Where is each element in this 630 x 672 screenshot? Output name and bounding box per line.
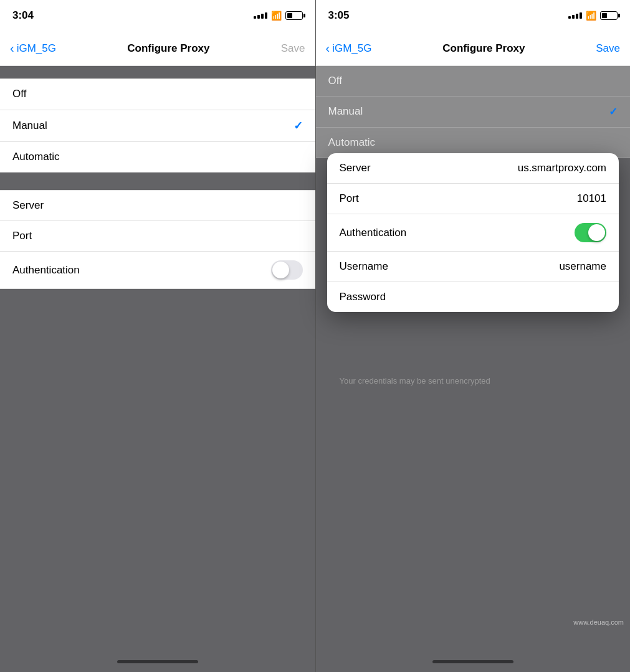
left-back-label: iGM_5G (17, 42, 56, 55)
left-auth-label: Authentication (12, 264, 80, 277)
left-server-row[interactable]: Server (0, 190, 315, 221)
left-nav-title: Configure Proxy (127, 42, 209, 55)
modal-password-label: Password (340, 291, 386, 303)
left-settings-group: Server Port Authentication (0, 190, 315, 289)
manual-checkmark-icon: ✓ (294, 119, 303, 133)
left-port-row[interactable]: Port (0, 221, 315, 252)
left-auth-row[interactable]: Authentication (0, 252, 315, 289)
right-status-bar: 3:05 📶 (316, 0, 631, 31)
right-option-list: Off Manual ✓ Automatic (316, 66, 631, 158)
left-chevron-icon: ‹ (10, 42, 14, 54)
right-home-bar (432, 660, 513, 663)
right-back-label: iGM_5G (332, 42, 371, 55)
modal-server-label: Server (340, 162, 371, 174)
right-signal-icon (568, 12, 582, 19)
right-status-icons: 📶 (568, 11, 618, 21)
right-back-button[interactable]: ‹ iGM_5G (326, 42, 372, 55)
modal-server-row[interactable]: Server us.smartproxy.com (327, 153, 619, 184)
left-status-bar: 3:04 📶 (0, 0, 315, 31)
signal-icon (254, 12, 267, 19)
option-automatic[interactable]: Automatic (0, 142, 315, 173)
modal-card: Server us.smartproxy.com Port 10101 Auth… (327, 153, 619, 312)
left-save-button[interactable]: Save (281, 42, 305, 55)
option-manual[interactable]: Manual ✓ (0, 110, 315, 142)
option-manual-label: Manual (12, 120, 47, 132)
right-manual-checkmark: ✓ (609, 105, 618, 118)
modal-username-value: username (559, 260, 606, 273)
right-nav-title: Configure Proxy (442, 42, 525, 55)
modal-username-label: Username (340, 260, 388, 273)
right-time: 3:05 (328, 9, 350, 22)
right-wifi-icon: 📶 (586, 11, 596, 21)
modal-auth-toggle[interactable] (575, 223, 606, 242)
modal-port-row[interactable]: Port 10101 (327, 184, 619, 214)
left-status-icons: 📶 (254, 11, 303, 21)
left-option-list: Off Manual ✓ Automatic (0, 78, 315, 173)
left-nav-bar: ‹ iGM_5G Configure Proxy Save (0, 31, 315, 66)
right-save-button[interactable]: Save (596, 42, 620, 55)
modal-port-value: 10101 (577, 192, 606, 205)
left-port-label: Port (12, 230, 32, 242)
warning-text: Your credentials may be sent unencrypted (327, 371, 619, 390)
left-time: 3:04 (12, 9, 34, 22)
left-server-label: Server (12, 199, 44, 212)
modal-port-label: Port (340, 192, 359, 205)
left-back-button[interactable]: ‹ iGM_5G (10, 42, 56, 55)
right-battery-icon (600, 11, 618, 20)
left-content-area: Off Manual ✓ Automatic Server Port Authe… (0, 66, 315, 651)
right-chevron-icon: ‹ (326, 42, 330, 54)
watermark: www.deuaq.com (573, 618, 624, 626)
right-option-manual: Manual ✓ (316, 97, 631, 128)
modal-password-row[interactable]: Password (327, 282, 619, 312)
battery-icon (285, 11, 303, 20)
right-nav-bar: ‹ iGM_5G Configure Proxy Save (316, 31, 631, 66)
right-option-off: Off (316, 66, 631, 97)
option-off[interactable]: Off (0, 78, 315, 110)
modal-username-row[interactable]: Username username (327, 252, 619, 282)
modal-auth-label: Authentication (340, 227, 407, 239)
modal-server-value: us.smartproxy.com (518, 162, 606, 174)
left-home-bar (117, 660, 198, 663)
left-home-indicator (0, 651, 315, 672)
right-phone-panel: 3:05 📶 ‹ iGM_5G Configure Proxy Save (315, 0, 631, 672)
right-home-indicator (316, 651, 631, 672)
option-automatic-label: Automatic (12, 151, 60, 163)
left-phone-panel: 3:04 📶 ‹ iGM_5G Configure Proxy Save (0, 0, 315, 672)
option-off-label: Off (12, 88, 26, 100)
warning-message: Your credentials may be sent unencrypted (340, 376, 490, 386)
right-content-area: Off Manual ✓ Automatic Server us.smartpr… (316, 66, 631, 651)
modal-auth-row[interactable]: Authentication (327, 214, 619, 252)
left-auth-toggle[interactable] (271, 260, 303, 280)
wifi-icon: 📶 (271, 11, 282, 21)
